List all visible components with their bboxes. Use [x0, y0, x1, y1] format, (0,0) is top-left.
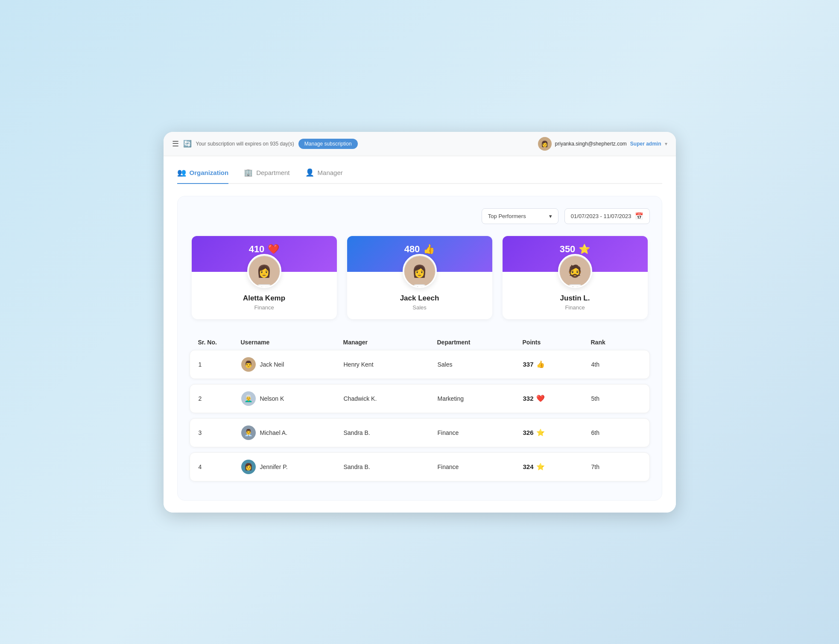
- banner-score-2nd: 410 ❤️: [197, 244, 332, 255]
- top-bar-right: 👩 priyanka.singh@shephertz.com Super adm…: [538, 137, 667, 151]
- cell-dept-2: Marketing: [438, 395, 523, 402]
- username-2: Nelson K: [260, 395, 284, 402]
- leaderboard-section: Top Performers ▾ 01/07/2023 - 11/07/2023…: [177, 196, 662, 501]
- manager-icon: 👤: [305, 168, 314, 177]
- username-4: Jennifer P.: [260, 463, 288, 470]
- hamburger-icon[interactable]: ☰: [172, 139, 179, 149]
- cell-user-2: 👨‍🦳 Nelson K: [241, 391, 344, 406]
- date-filter[interactable]: 01/07/2023 - 11/07/2023 📅: [564, 208, 650, 224]
- header-sr: Sr. No.: [198, 339, 241, 346]
- points-value-4: 324: [523, 463, 534, 470]
- avatar-2nd: 👩: [249, 256, 280, 287]
- cell-points-2: 332 ❤️: [523, 394, 591, 402]
- podium-card-3rd: 350 ⭐ 🧔 3rd Justin L. Finance: [503, 236, 648, 319]
- manage-subscription-button[interactable]: Manage subscription: [298, 139, 358, 149]
- department-icon: 🏢: [244, 168, 253, 177]
- header-rank: Rank: [591, 339, 634, 346]
- cell-manager-2: Chadwick K.: [344, 395, 438, 402]
- avatar-circle-3rd: 🧔 3rd: [558, 254, 592, 288]
- refresh-icon[interactable]: 🔄: [183, 140, 192, 148]
- tab-manager[interactable]: 👤 Manager: [305, 168, 343, 183]
- podium-dept-1st: Sales: [352, 304, 487, 311]
- organization-icon: 👥: [177, 168, 186, 177]
- cell-points-1: 337 👍: [523, 360, 591, 368]
- cell-rank-2: 5th: [591, 395, 634, 402]
- points-value-2: 332: [523, 395, 534, 402]
- cell-sr-1: 1: [199, 361, 241, 368]
- tab-manager-label: Manager: [318, 169, 343, 176]
- points-value-3: 326: [523, 429, 534, 436]
- cell-user-3: 👨‍💼 Michael A.: [241, 425, 344, 440]
- cell-dept-3: Finance: [438, 429, 523, 436]
- table-row: 4 👩 Jennifer P. Sandra B. Finance 324 ⭐ …: [190, 452, 650, 481]
- avatar-3rd: 🧔: [560, 256, 591, 287]
- user-dropdown-arrow[interactable]: ▾: [665, 141, 667, 147]
- cell-sr-2: 2: [199, 395, 241, 402]
- score-emoji-3rd: ⭐: [579, 244, 590, 255]
- performer-filter-label: Top Performers: [488, 213, 526, 219]
- banner-score-3rd: 350 ⭐: [508, 244, 643, 255]
- cell-manager-3: Sandra B.: [344, 429, 438, 436]
- user-avatar-4: 👩: [241, 460, 256, 474]
- podium-card-2nd: 410 ❤️ 👩 2nd Aletta Kemp Finance: [192, 236, 337, 319]
- podium-name-1st: Jack Leech: [352, 294, 487, 303]
- performer-filter-arrow: ▾: [549, 213, 552, 219]
- user-role: Super admin: [630, 141, 661, 147]
- podium-row: 410 ❤️ 👩 2nd Aletta Kemp Finance: [190, 236, 650, 319]
- top-bar-left: ☰ 🔄 Your subscription will expires on 93…: [172, 139, 358, 149]
- user-avatar-2: 👨‍🦳: [241, 391, 256, 406]
- avatar-circle-1st: 👩 1st: [403, 254, 437, 288]
- points-emoji-4: ⭐: [536, 463, 545, 471]
- header-points: Points: [523, 339, 591, 346]
- calendar-icon: 📅: [635, 212, 643, 220]
- podium-banner-1st: 480 👍 👩 1st: [347, 236, 492, 272]
- performer-filter-dropdown[interactable]: Top Performers ▾: [482, 208, 558, 224]
- header-department: Department: [437, 339, 523, 346]
- table-row: 3 👨‍💼 Michael A. Sandra B. Finance 326 ⭐…: [190, 418, 650, 447]
- banner-score-1st: 480 👍: [352, 244, 487, 255]
- podium-name-2nd: Aletta Kemp: [197, 294, 332, 303]
- user-avatar-1: 👨: [241, 357, 256, 372]
- points-value-1: 337: [523, 361, 534, 368]
- user-avatar-3: 👨‍💼: [241, 425, 256, 440]
- username-3: Michael A.: [260, 429, 288, 436]
- header-manager: Manager: [343, 339, 437, 346]
- top-bar: ☰ 🔄 Your subscription will expires on 93…: [164, 132, 676, 156]
- podium-dept-3rd: Finance: [508, 304, 643, 311]
- points-emoji-2: ❤️: [536, 394, 545, 402]
- podium-banner-2nd: 410 ❤️ 👩 2nd: [192, 236, 337, 272]
- podium-banner-3rd: 350 ⭐ 🧔 3rd: [503, 236, 648, 272]
- points-emoji-1: 👍: [536, 360, 545, 368]
- cell-user-1: 👨 Jack Neil: [241, 357, 344, 372]
- tab-department[interactable]: 🏢 Department: [244, 168, 289, 183]
- points-emoji-3: ⭐: [536, 428, 545, 437]
- tab-organization[interactable]: 👥 Organization: [177, 168, 229, 183]
- cell-points-3: 326 ⭐: [523, 428, 591, 437]
- score-1st: 480: [404, 244, 420, 255]
- cell-manager-4: Sandra B.: [344, 463, 438, 470]
- podium-name-3rd: Justin L.: [508, 294, 643, 303]
- avatar-circle-2nd: 👩 2nd: [247, 254, 281, 288]
- tab-organization-label: Organization: [190, 169, 229, 176]
- table-row: 1 👨 Jack Neil Henry Kent Sales 337 👍 4th: [190, 350, 650, 379]
- user-avatar: 👩: [538, 137, 552, 151]
- cell-rank-4: 7th: [591, 463, 634, 470]
- cell-manager-1: Henry Kent: [344, 361, 438, 368]
- subscription-text: Your subscription will expires on 935 da…: [196, 141, 294, 147]
- tab-bar: 👥 Organization 🏢 Department 👤 Manager: [177, 168, 662, 184]
- score-emoji-2nd: ❤️: [268, 244, 279, 255]
- table-header: Sr. No. Username Manager Department Poin…: [190, 335, 650, 350]
- filters-row: Top Performers ▾ 01/07/2023 - 11/07/2023…: [190, 208, 650, 224]
- cell-rank-3: 6th: [591, 429, 634, 436]
- table-row: 2 👨‍🦳 Nelson K Chadwick K. Marketing 332…: [190, 384, 650, 413]
- cell-sr-3: 3: [199, 429, 241, 436]
- leaderboard-table: Sr. No. Username Manager Department Poin…: [190, 335, 650, 481]
- cell-user-4: 👩 Jennifer P.: [241, 460, 344, 474]
- date-range-text: 01/07/2023 - 11/07/2023: [571, 213, 631, 219]
- username-1: Jack Neil: [260, 361, 284, 368]
- podium-dept-2nd: Finance: [197, 304, 332, 311]
- header-username: Username: [241, 339, 343, 346]
- score-emoji-1st: 👍: [423, 244, 435, 255]
- browser-frame: ☰ 🔄 Your subscription will expires on 93…: [164, 132, 676, 513]
- cell-dept-4: Finance: [438, 463, 523, 470]
